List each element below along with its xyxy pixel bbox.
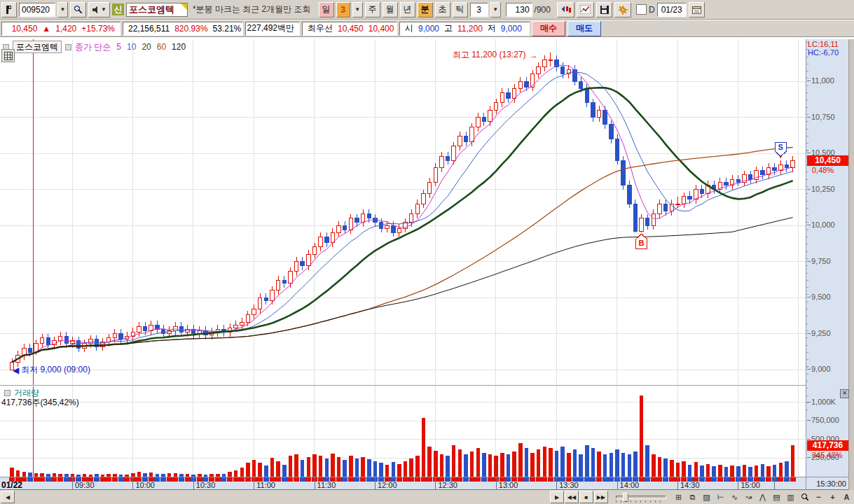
wave-tool-icon[interactable]: ∿	[728, 491, 741, 503]
time-axis-separator	[496, 477, 497, 490]
price-tick-label: 9,000	[811, 365, 831, 373]
time-axis-separator	[72, 477, 73, 490]
period-week-button[interactable]: 주	[365, 2, 380, 18]
chart-tab[interactable]: 포스코엠텍	[13, 41, 62, 53]
zoom-in-icon[interactable]: +	[826, 491, 839, 503]
volume-panel: 22,156,511 820.93% 53.21%	[123, 22, 243, 36]
auto-scale-icon[interactable]: A	[840, 491, 853, 503]
peak-tool-icon[interactable]: ⋀	[756, 491, 769, 503]
cursor-tool-icon[interactable]: ⊢	[714, 491, 727, 503]
pane-grid-icon[interactable]: ⊞	[672, 491, 685, 503]
time-axis-separator	[677, 477, 678, 490]
time-axis[interactable]: 01/22 09:3010:0010:3011:0011:3012:0012:3…	[0, 477, 806, 490]
region-select-icon[interactable]: ▨	[700, 491, 713, 503]
chart-window: 009520 ▼ ▼ 신 포스코엠텍 *분봉 마크는 최근 2개월만 조회 일 …	[0, 0, 854, 504]
speaker-dropdown-icon: ▼	[101, 7, 106, 13]
snapshot-icon[interactable]: ▥	[784, 491, 797, 503]
volume-pane-close-icon[interactable]: ✕	[840, 389, 849, 398]
period-month-button[interactable]: 월	[383, 2, 398, 18]
day-count-dropdown[interactable]: ▼	[352, 2, 363, 18]
status-bar: ◀ ▶◀◀■▶▶ ⊞⧉▨⊢∿↝⋀▤▥ − + A	[0, 490, 854, 504]
time-tick-label: 13:30	[559, 481, 579, 489]
stock-search-button[interactable]	[70, 2, 86, 18]
time-tick-label: 15:00	[741, 481, 760, 489]
price-tick-label: 11,000	[811, 76, 834, 85]
favorite-flag-icon	[181, 4, 187, 10]
rewind-icon[interactable]: ◀◀	[565, 491, 579, 503]
period-minute-button[interactable]: 분	[418, 2, 433, 18]
menu-key-icon[interactable]	[1, 2, 17, 18]
time-tick-label: 10:30	[196, 481, 216, 489]
stock-code-input[interactable]: 009520	[19, 3, 55, 17]
high-value: 11,200	[457, 24, 483, 34]
sell-button[interactable]: 매도	[567, 21, 601, 36]
volume-tick-label: 750,000	[811, 416, 839, 424]
day-high-annotation: 최고 11,200 (13:27)→	[453, 49, 538, 61]
legend-bullet-icon[interactable]	[65, 44, 71, 50]
chart-style-icon[interactable]: ▤	[770, 491, 783, 503]
trend-tool-icon[interactable]: ↝	[742, 491, 755, 503]
save-icon[interactable]	[596, 2, 612, 18]
price-tick-label: 10,250	[811, 185, 835, 193]
period-tick-button[interactable]: 틱	[453, 2, 468, 18]
high-label: 고	[444, 22, 453, 34]
date-input[interactable]: 01/23	[657, 3, 687, 17]
period-day-count[interactable]: 3	[336, 2, 350, 18]
time-tick-label: 12:00	[378, 481, 397, 489]
lc-readout: LC:16,11	[808, 40, 839, 48]
ma-legend: 종가 단순 5102060120	[75, 41, 186, 53]
tick-count-dropdown[interactable]: ▼	[490, 2, 501, 18]
compare-chart-icon[interactable]	[557, 2, 574, 18]
main-toolbar: 009520 ▼ ▼ 신 포스코엠텍 *분봉 마크는 최근 2개월만 조회 일 …	[0, 0, 854, 20]
time-tick-label: 12:30	[438, 481, 457, 489]
time-tick-label: 10:00	[135, 481, 155, 489]
playback-controls: ▶◀◀■▶▶	[550, 491, 609, 503]
low-value: 9,000	[501, 24, 522, 34]
bar-count-total: /900	[535, 5, 551, 15]
stock-name-field[interactable]: 포스코엠텍	[126, 3, 188, 17]
trade-amount: 227,492백만	[247, 22, 294, 34]
buy-button[interactable]: 매수	[532, 21, 565, 36]
period-day-button[interactable]: 일	[319, 2, 334, 18]
quote-bar: 10,450 ▲ 1,420 +15.73% 22,156,511 820.93…	[0, 20, 854, 37]
best-label: 최우선	[308, 22, 333, 34]
candlestick-chart[interactable]: BS	[0, 39, 806, 477]
scroll-left-icon[interactable]: ◀	[1, 491, 15, 503]
play-icon[interactable]: ▶	[550, 491, 564, 503]
volume-readout: 417,736주(345,42%)	[1, 397, 79, 409]
amount-panel: 227,492백만	[245, 22, 300, 36]
time-axis-separator	[193, 477, 194, 490]
calendar-icon[interactable]	[689, 2, 705, 18]
zoom-out-icon[interactable]: −	[812, 491, 825, 503]
stop-icon[interactable]: ■	[579, 491, 593, 503]
time-tick-label: 14:00	[620, 481, 640, 489]
pane-cascade-icon[interactable]: ⧉	[686, 491, 699, 503]
volume-tick-label: 1,000K	[811, 398, 836, 406]
time-axis-separator	[774, 477, 775, 490]
new-listing-badge: 신	[112, 4, 124, 15]
axis-minor-ticks	[806, 42, 808, 413]
tick-count-input[interactable]: 3	[470, 3, 488, 17]
period-year-button[interactable]: 년	[400, 2, 415, 18]
speed-slider[interactable]	[616, 492, 665, 502]
arrow-left-icon: ◀	[13, 365, 19, 375]
period-second-button[interactable]: 초	[435, 2, 450, 18]
best-ask: 10,450	[338, 24, 364, 34]
price-tick-label: 9,500	[811, 293, 831, 301]
time-axis-separator	[375, 477, 376, 490]
forward-icon[interactable]: ▶▶	[594, 491, 608, 503]
magnifier-icon[interactable]	[798, 491, 811, 503]
price-change-pct: +15.73%	[81, 24, 115, 34]
d-checkbox[interactable]	[636, 4, 647, 15]
announce-speaker-button[interactable]: ▼	[88, 2, 110, 18]
settings-gear-icon[interactable]	[614, 2, 631, 18]
time-axis-separator	[617, 477, 618, 490]
code-dropdown-button[interactable]: ▼	[57, 2, 68, 18]
time-tick-label: 09:30	[75, 481, 95, 489]
price-axis[interactable]: LC:16,11 HC:-6,70 11,00010,75010,50010,2…	[806, 39, 848, 477]
data-grid-icon[interactable]	[1, 49, 15, 62]
line-chart-icon[interactable]	[577, 2, 594, 18]
bar-count-input[interactable]: 130	[506, 3, 532, 17]
slider-ticks	[616, 500, 665, 503]
volume-bullet-icon[interactable]	[4, 390, 11, 396]
